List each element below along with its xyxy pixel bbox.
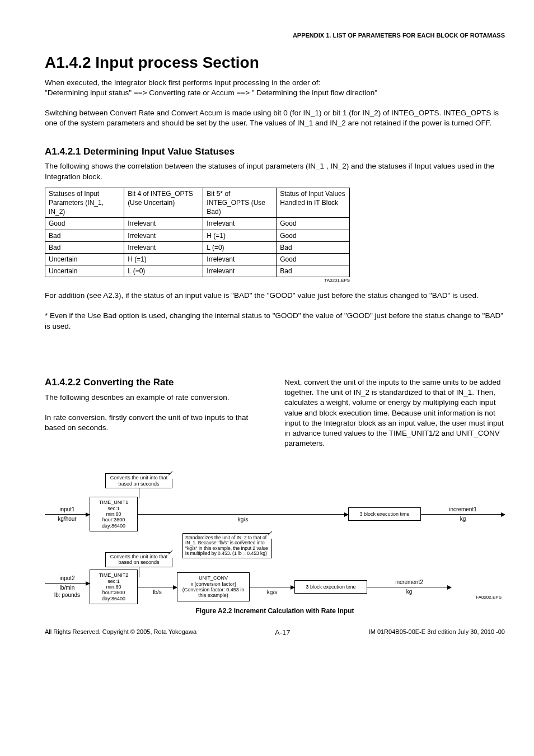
section-title: A1.4.2 Input process Section [45,52,505,73]
mid1-label: kg/s [138,516,348,524]
exec-box-2: 3 block execution time [294,580,367,594]
std-note: Standardizes the unit of IN_2 to that of… [182,533,272,558]
table-body: GoodIrrelevantIrrelevantGood BadIrreleva… [45,218,350,277]
th-1: Bit 4 of INTEG_OPTS (Use Uncertain) [124,188,203,218]
sub2-title: A1.4.2.2 Converting the Rate [45,376,265,389]
increment2-bot: kg [367,588,451,596]
intro-line-1: When executed, the Integrator block firs… [45,78,505,88]
increment1-bot: kg [421,515,505,523]
footer-right: IM 01R04B05-00E-E 3rd edition July 30, 2… [369,628,505,638]
sub2-left-1: The following describes an example of ra… [45,393,265,403]
left-col: A1.4.2.2 Converting the Rate The followi… [45,376,265,444]
appendix-header: APPENDIX 1. LIST OF PARAMETERS FOR EACH … [45,31,505,40]
th-0: Statuses of Input Parameters (IN_1, IN_2… [45,188,124,218]
table-header-row: Statuses of Input Parameters (IN_1, IN_2… [45,188,350,218]
two-column-region: A1.4.2.2 Converting the Rate The followi… [45,376,505,459]
sub1-intro: The following shows the correlation betw… [45,161,505,181]
table-row: GoodIrrelevantIrrelevantGood [45,218,350,230]
time-unit2-box: TIME_UNIT2 sec:1 min:60 hour:3600 day:86… [90,570,138,604]
sub1-title: A1.4.2.1 Determining Input Value Statuse… [45,146,505,158]
table-row: UncertainL (=0)IrrelevantBad [45,265,350,277]
status-table: Statuses of Input Parameters (IN_1, IN_2… [45,188,350,278]
input1-bot: kg/hour [45,515,90,523]
figure-caption: Figure A2.2 Increment Calculation with R… [45,606,505,615]
table-row: BadIrrelevantL (=0)Bad [45,241,350,253]
mid2b-label: kg/s [250,589,294,596]
figure-region: Converts the unit into that based on sec… [45,473,505,615]
table-row: UncertainH (=1)IrrelevantGood [45,254,350,265]
page: APPENDIX 1. LIST OF PARAMETERS FOR EACH … [0,0,534,756]
intro-line-2: "Determining input status" ==> Convertin… [45,88,505,98]
th-2: Bit 5* of INTEG_OPTS (Use Bad) [203,188,277,218]
sub1-after-1: For addition (see A2.3), if the status o… [45,291,505,301]
input1-top: input1 [45,506,90,514]
increment2-top: increment2 [367,578,451,586]
sub2-right: Next, convert the unit of the inputs to … [284,377,505,449]
exec-box-1: 3 block execution time [348,507,421,521]
input2-bot: lb/min lb: pounds [45,584,90,599]
unit-conv-box: UNIT_CONV x [conversion factor] (Convers… [177,572,250,601]
sub1-after-2: * Even if the Use Bad option is used, ch… [45,311,505,331]
time-unit1-box: TIME_UNIT1 sec:1 min:60 hour:3600 day:86… [90,497,138,531]
input2-top: input2 [45,575,90,582]
mid2a-label: lb/s [138,589,177,596]
footer-center: A-17 [275,628,290,638]
increment1-top: increment1 [421,506,505,514]
table-row: BadIrrelevantH (=1)Good [45,230,350,241]
footer-left: All Rights Reserved. Copyright © 2005, R… [45,628,196,638]
sub2-left-2: In rate conversion, firstly convert the … [45,413,265,433]
eps-label-1: TA0201.EPS [45,278,350,284]
right-col: Next, convert the unit of the inputs to … [284,376,505,459]
intro-para-3: Switching between Convert Rate and Conve… [45,108,505,128]
page-footer: All Rights Reserved. Copyright © 2005, R… [45,628,505,638]
conv-note-1: Converts the unit into that based on sec… [105,473,172,498]
th-3: Status of Input Values Handled in IT Blo… [277,188,350,218]
